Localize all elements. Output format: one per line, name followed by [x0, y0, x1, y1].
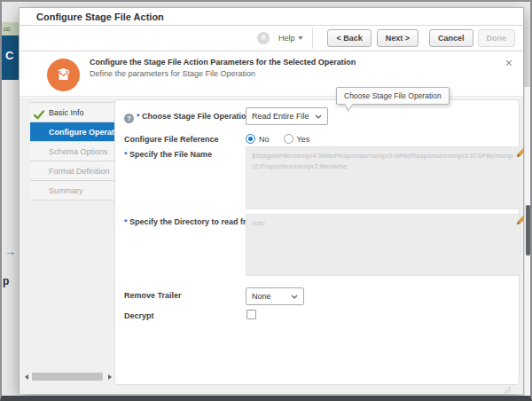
chevron-down-icon — [291, 295, 298, 299]
required-marker: * — [124, 217, 128, 226]
background-sidebar-fragment: C — [2, 35, 19, 80]
sidebar-item-format-definition: Format Definition — [30, 161, 115, 181]
decrypt-label: Decrypt — [124, 311, 154, 320]
sidebar-item-label: Configure Operation — [49, 128, 115, 137]
dialog-title: Configure Stage File Action — [20, 8, 523, 26]
radio-no[interactable] — [246, 134, 255, 144]
next-button[interactable]: Next > — [377, 29, 419, 47]
sidebar-item-configure-operation[interactable]: Configure Operation — [30, 122, 115, 142]
file-reference-radio-group: No Yes — [246, 134, 309, 144]
window-vertical-scrollbar[interactable] — [524, 87, 530, 396]
sidebar-item-label: Basic Info — [49, 108, 84, 117]
directory-expression[interactable]: '/oic' — [246, 214, 520, 276]
chevron-down-icon — [298, 36, 303, 40]
user-circle-icon[interactable] — [257, 32, 270, 44]
radio-yes[interactable] — [284, 134, 293, 144]
sidebar-item-summary: Summary — [30, 181, 115, 200]
scroll-right-icon[interactable] — [108, 374, 112, 380]
operation-select-value: Read Entire File — [252, 112, 309, 121]
dialog-body: Basic Info Configure Operation Schema Op… — [20, 98, 523, 394]
scroll-left-icon[interactable] — [25, 374, 28, 380]
background-text-fragment: p — [3, 275, 9, 287]
operation-select[interactable]: Read Entire File — [246, 107, 328, 125]
close-icon[interactable]: × — [505, 57, 512, 69]
sidebar-item-label: Summary — [49, 186, 83, 195]
background-page-strip: co C → p — [2, 2, 19, 396]
question-icon[interactable]: ? — [124, 114, 134, 123]
file-name-expression[interactable]: $StageWrite/nsmpr4:WriteResponse/nsmpr0:… — [246, 146, 520, 209]
scrollbar-thumb[interactable] — [526, 205, 530, 256]
sidebar-item-basic-info[interactable]: Basic Info — [30, 103, 115, 122]
toolbar-divider — [312, 28, 313, 49]
radio-yes-label: Yes — [297, 135, 310, 144]
resize-grip[interactable] — [504, 381, 512, 389]
back-button[interactable]: < Back — [327, 29, 371, 47]
sidebar-item-label: Schema Options — [49, 147, 108, 156]
arrow-right-icon: → — [4, 245, 16, 258]
chevron-down-icon — [315, 114, 322, 119]
sidebar-item-schema-options: Schema Options — [30, 142, 115, 161]
done-button: Done — [478, 29, 516, 47]
remove-trailer-label: Remove Trailer — [124, 291, 182, 300]
scrollbar-thumb[interactable] — [32, 373, 103, 381]
background-header-fragment: co — [2, 22, 19, 35]
radio-no-label: No — [259, 135, 270, 144]
operation-label: ?* Choose Stage File Operation — [124, 112, 251, 123]
sidebar-item-label: Format Definition — [49, 167, 110, 176]
browser-window: co C → p Configure Stage File Action Hel… — [0, 0, 532, 401]
nav-horizontal-scrollbar[interactable] — [25, 372, 115, 381]
remove-trailer-select[interactable]: None — [246, 287, 304, 305]
dialog-toolbar: Help < Back Next > Cancel Done — [20, 26, 523, 51]
configure-stage-file-dialog: Configure Stage File Action Help < Back … — [19, 7, 524, 394]
remove-trailer-value: None — [252, 292, 271, 301]
stage-file-icon — [47, 59, 80, 91]
help-label: Help — [278, 34, 295, 43]
directory-label: * Specify the Directory to read from — [124, 217, 258, 226]
help-menu[interactable]: Help — [278, 34, 304, 43]
decrypt-checkbox[interactable] — [246, 310, 256, 319]
check-icon — [34, 107, 44, 122]
header-title: Configure the Stage File Action Paramete… — [90, 58, 356, 67]
required-marker: * — [124, 150, 128, 159]
tooltip: Choose Stage File Operation — [336, 87, 450, 105]
file-name-label: * Specify the File Name — [124, 150, 212, 159]
file-reference-label: Configure File Reference — [124, 135, 219, 144]
cancel-button[interactable]: Cancel — [429, 29, 473, 47]
wizard-nav: Basic Info Configure Operation Schema Op… — [30, 102, 115, 200]
header-subtitle: Define the parameters for Stage File Ope… — [90, 69, 255, 78]
required-marker: * — [137, 112, 140, 121]
form-panel: ?* Choose Stage File Operation Read Enti… — [114, 99, 520, 385]
